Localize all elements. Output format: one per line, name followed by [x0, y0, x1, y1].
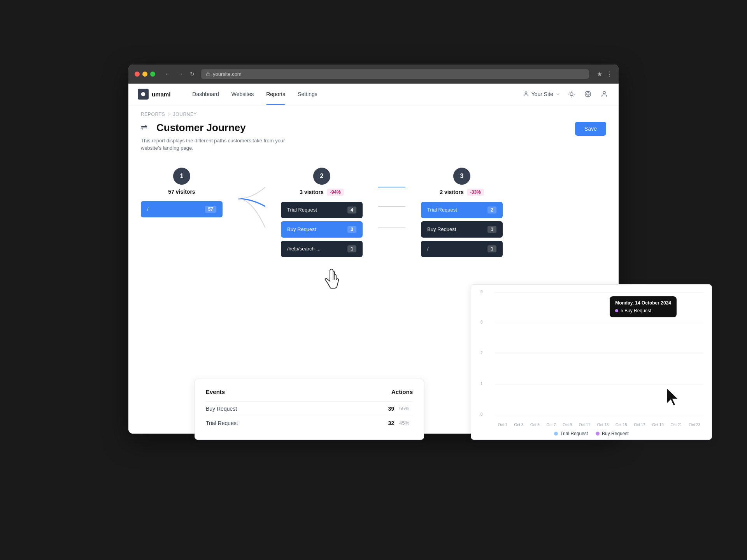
app-content: umami Dashboard Websites Reports Setting… — [128, 84, 619, 434]
breadcrumb-reports[interactable]: REPORTS — [141, 112, 165, 117]
step-number-3: 3 — [453, 168, 470, 185]
legend-label-buy: Buy Request — [602, 431, 629, 436]
tooltip-value: 5 Buy Request — [621, 308, 651, 313]
event-pct-trial: 45% — [394, 420, 413, 426]
dot-yellow[interactable] — [142, 72, 147, 77]
x-label-8: Oct 17 — [634, 423, 645, 427]
x-label-11: Oct 23 — [689, 423, 700, 427]
logo-text: umami — [152, 91, 170, 98]
node-trial-request-2[interactable]: Trial Request 4 — [281, 202, 363, 218]
x-label-9: Oct 19 — [652, 423, 663, 427]
x-label-2: Oct 5 — [530, 423, 540, 427]
address-bar[interactable]: yoursite.com — [201, 69, 589, 79]
theme-toggle-button[interactable] — [566, 89, 577, 99]
refresh-button[interactable]: ↻ — [188, 70, 196, 78]
node-count: 57 — [205, 206, 216, 213]
page-header: ⇌ Customer Journey This report displays … — [128, 119, 619, 152]
hand-cursor — [319, 269, 342, 300]
legend-item-buy: Buy Request — [596, 431, 629, 436]
events-row-trial: Trial Request 32 45% — [206, 416, 413, 430]
node-buy-request-3[interactable]: Buy Request 1 — [421, 221, 503, 238]
journey-icon: ⇌ — [141, 122, 152, 133]
event-pct-buy: 55% — [394, 406, 413, 411]
browser-actions: ★ ⋮ — [597, 70, 612, 78]
x-label-6: Oct 13 — [597, 423, 608, 427]
event-count-buy: 39 — [388, 406, 394, 412]
node-count: 4 — [347, 206, 356, 214]
connector-svg-2-3 — [378, 175, 405, 253]
x-label-0: Oct 1 — [498, 423, 507, 427]
nav-link-websites[interactable]: Websites — [225, 84, 260, 105]
nav-right: Your Site — [523, 89, 609, 99]
step-visitors-3: 2 visitors -33% — [440, 189, 484, 196]
logo-icon — [138, 89, 149, 100]
profile-button[interactable] — [599, 89, 609, 99]
browser-dots — [135, 72, 155, 77]
step-badge-2: -94% — [327, 189, 344, 196]
browser-nav: ← → ↻ — [163, 70, 196, 78]
events-row-buy: Buy Request 39 55% — [206, 401, 413, 416]
sun-icon — [568, 91, 575, 98]
dot-green[interactable] — [150, 72, 155, 77]
globe-button[interactable] — [583, 89, 593, 99]
step-number-2: 2 — [313, 168, 330, 185]
step-nodes-1: / 57 — [141, 201, 223, 217]
hand-cursor-svg — [319, 269, 342, 296]
node-root-3[interactable]: / 1 — [421, 241, 503, 257]
event-name-buy: Buy Request — [206, 406, 237, 412]
browser-titlebar: ← → ↻ yoursite.com ★ ⋮ — [128, 65, 619, 84]
node-trial-request-3[interactable]: Trial Request 2 — [421, 202, 503, 218]
x-label-3: Oct 7 — [547, 423, 556, 427]
menu-icon[interactable]: ⋮ — [606, 70, 612, 78]
nav-link-settings[interactable]: Settings — [291, 84, 324, 105]
actions-col-header: Actions — [391, 388, 413, 395]
step-nodes-3: Trial Request 2 Buy Request 1 / 1 — [421, 202, 503, 257]
breadcrumb-separator: › — [168, 112, 170, 117]
events-header: Events Actions — [206, 388, 413, 395]
node-root[interactable]: / 57 — [141, 201, 223, 217]
profile-icon — [601, 91, 608, 98]
step-number-1: 1 — [173, 168, 190, 185]
back-button[interactable]: ← — [163, 70, 172, 78]
nav-link-reports[interactable]: Reports — [260, 84, 291, 105]
legend-dot-trial — [554, 432, 558, 436]
lock-icon — [206, 72, 210, 76]
events-col-header: Events — [206, 388, 225, 395]
node-count: 2 — [487, 206, 496, 214]
node-help-2[interactable]: /help/search-... 1 — [281, 241, 363, 257]
node-count: 1 — [487, 226, 496, 233]
legend-dot-buy — [596, 432, 600, 436]
chart-panel: 9 8 2 1 0 Oct 1Oct 3Oct 5Oct 7Oct 9Oct 1… — [471, 284, 712, 440]
x-labels: Oct 1Oct 3Oct 5Oct 7Oct 9Oct 11Oct 13Oct… — [494, 423, 704, 427]
chart-inner: 9 8 2 1 0 Oct 1Oct 3Oct 5Oct 7Oct 9Oct 1… — [471, 285, 712, 439]
user-name: Your Site — [531, 91, 553, 97]
node-buy-request-2[interactable]: Buy Request 3 — [281, 221, 363, 238]
x-label-5: Oct 11 — [579, 423, 590, 427]
page-description: This report displays the different paths… — [141, 137, 304, 152]
url-text: yoursite.com — [213, 71, 242, 77]
step-column-2: 2 3 visitors -94% Trial Request 4 Buy Re… — [281, 168, 363, 257]
svg-line-7 — [573, 96, 574, 96]
node-label: Buy Request — [427, 226, 456, 232]
x-label-1: Oct 3 — [514, 423, 523, 427]
events-panel: Events Actions Buy Request 39 55% Trial … — [195, 379, 424, 440]
svg-point-1 — [141, 92, 146, 96]
connector-svg-1-2 — [238, 175, 265, 253]
star-icon[interactable]: ★ — [597, 70, 602, 78]
tooltip-date: Monday, 14 October 2024 — [615, 300, 671, 306]
node-count: 3 — [347, 226, 356, 233]
page-title: Customer Journey — [156, 122, 246, 134]
step-column-3: 3 2 visitors -33% Trial Request 2 Buy Re… — [421, 168, 503, 257]
step-visitors-1: 57 visitors — [168, 189, 195, 195]
events-right-buy: 39 55% — [388, 406, 413, 412]
user-area[interactable]: Your Site — [523, 91, 560, 97]
step-badge-3: -33% — [467, 189, 484, 196]
nav-link-dashboard[interactable]: Dashboard — [186, 84, 225, 105]
save-button[interactable]: Save — [575, 122, 606, 136]
dot-red[interactable] — [135, 72, 140, 77]
forward-button[interactable]: → — [175, 70, 185, 78]
node-label: Trial Request — [287, 207, 317, 213]
node-label: / — [427, 246, 429, 252]
page-title-row: ⇌ Customer Journey — [141, 122, 304, 134]
browser-window: ← → ↻ yoursite.com ★ ⋮ u — [128, 65, 619, 434]
